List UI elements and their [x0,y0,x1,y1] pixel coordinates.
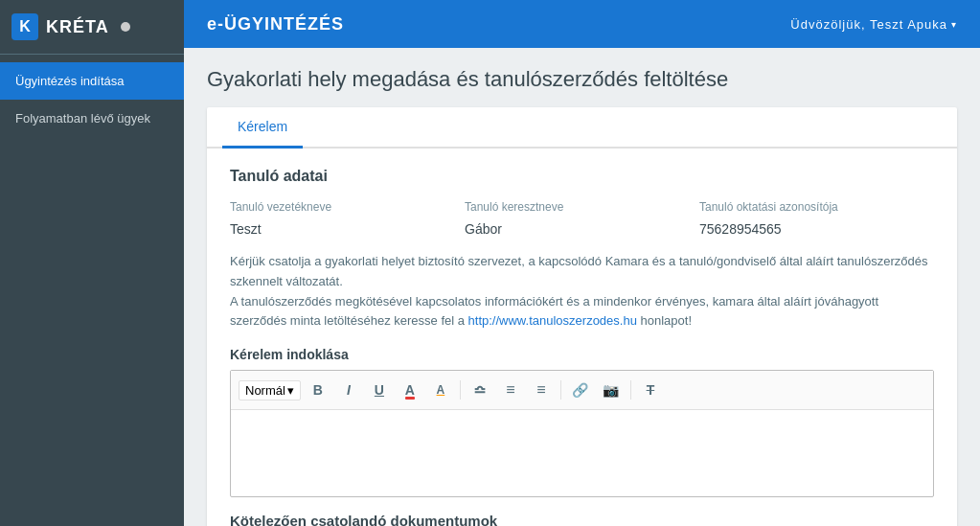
italic-icon: I [347,382,351,398]
info-text-line1: Kérjük csatolja a gyakorlati helyet bizt… [230,254,927,288]
sidebar-header: K KRÉTA [0,0,184,55]
main-area: e-ÜGYINTÉZÉS Üdvözöljük, Teszt Apuka ▾ G… [184,0,980,526]
azonosito-label: Tanuló oktatási azonosítója [699,200,934,214]
ordered-list-button[interactable]: ≏ [467,377,493,403]
ordered-list-icon: ≏ [473,381,486,400]
link-button[interactable]: 🔗 [567,377,594,403]
user-menu[interactable]: Üdvözöljük, Teszt Apuka ▾ [790,17,957,32]
topbar: e-ÜGYINTÉZÉS Üdvözöljük, Teszt Apuka ▾ [184,0,980,48]
toolbar-divider-3 [630,380,631,400]
main-card: Kérelem Tanuló adatai Tanuló vezetékneve… [207,107,957,526]
status-dot [121,22,130,32]
unordered-list-button[interactable]: ≡ [497,377,524,403]
student-info-grid: Tanuló vezetékneve Tanuló keresztneve Ta… [230,200,934,237]
topbar-title: e-ÜGYINTÉZÉS [207,14,344,34]
bold-icon: B [313,382,323,398]
align-icon: ≡ [536,381,545,399]
content-area: Gyakorlati hely megadása és tanulószerző… [184,48,980,526]
align-button[interactable]: ≡ [528,377,555,403]
editor-body[interactable] [231,410,933,496]
info-text: Kérjük csatolja a gyakorlati helyet bizt… [230,252,934,332]
sidebar-item-folyamatban-levo-ugyek[interactable]: Folyamatban lévő ügyek [0,100,184,137]
section-student-title: Tanuló adatai [230,168,934,185]
tab-bar: Kérelem [207,107,957,149]
editor-toolbar: Normál ▾ B I U A A [231,371,933,410]
azonosito-value: 75628954565 [699,221,934,237]
sidebar-item-ugyintezés-inditasa[interactable]: Ügyintézés indítása [0,62,184,100]
font-color-button[interactable]: A [397,377,423,403]
user-caret-icon: ▾ [951,19,957,30]
format-caret-icon: ▾ [287,383,294,398]
link-icon: 🔗 [572,382,588,398]
keresztneve-value: Gábor [465,221,699,237]
clear-format-icon: T [647,382,655,398]
highlight-icon: A [437,383,445,397]
italic-button[interactable]: I [335,377,362,403]
brand-name: KRÉTA [46,17,109,37]
keresztneve-label: Tanuló keresztneve [465,200,699,214]
bold-button[interactable]: B [305,377,331,403]
sidebar: K KRÉTA Ügyintézés indítása Folyamatban … [0,0,184,526]
unordered-list-icon: ≡ [506,381,514,399]
image-button[interactable]: 📷 [598,377,625,403]
image-icon: 📷 [603,382,619,398]
kreta-logo: K [11,13,38,40]
info-link[interactable]: http://www.tanuloszerzodes.hu [468,313,637,328]
toolbar-divider-2 [560,380,561,400]
kerelem-indoklasa-label: Kérelem indoklása [230,347,934,362]
tab-kerelem[interactable]: Kérelem [222,107,303,149]
underline-button[interactable]: U [366,377,393,403]
font-color-icon: A [405,382,415,398]
card-body: Tanuló adatai Tanuló vezetékneve Tanuló … [207,149,957,526]
vezetekneve-value: Teszt [230,221,465,237]
info-text-line3: honlapot! [637,313,692,328]
format-select[interactable]: Normál ▾ [239,380,301,400]
rich-text-editor: Normál ▾ B I U A A [230,370,934,497]
user-greeting: Üdvözöljük, Teszt Apuka [790,17,947,32]
underline-icon: U [375,382,384,398]
format-label: Normál [245,383,285,398]
highlight-button[interactable]: A [427,377,454,403]
clear-format-button[interactable]: T [637,377,664,403]
bottom-section-title: Kötelezően csatolandó dokumentumok [230,513,934,526]
toolbar-divider-1 [460,380,461,400]
sidebar-nav: Ügyintézés indítása Folyamatban lévő ügy… [0,62,184,137]
vezetekneve-label: Tanuló vezetékneve [230,200,465,214]
page-title: Gyakorlati hely megadása és tanulószerző… [207,67,957,92]
